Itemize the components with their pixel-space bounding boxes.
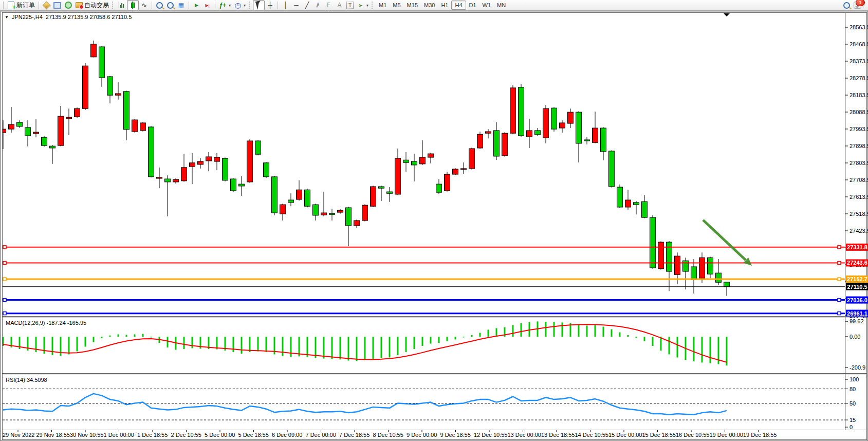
price-tick-label: 28278.5 [849,75,868,81]
candle-body [716,273,722,282]
timeframe-w1[interactable]: W1 [479,1,494,9]
rsi-line [3,394,727,415]
channel-tool-button[interactable]: ⫽ [312,1,323,10]
chart-shift-button[interactable]: ▶| [202,1,213,10]
navigator-icon [64,2,72,9]
crosshair-tool-button[interactable]: ┼ [265,1,275,10]
candle-body [395,158,401,194]
candle-body [593,128,598,142]
navigator-button[interactable] [63,1,73,10]
timeframe-h1[interactable]: H1 [438,1,451,9]
candle-body [486,132,491,133]
fibonacci-tool-button[interactable]: F [323,1,334,10]
text-label-icon: T [346,2,354,9]
candle-body [1,129,6,133]
trendline-tool-button[interactable]: ╱ [302,1,312,10]
tile-windows-button[interactable]: ▦ [176,1,187,10]
separator [3,2,4,9]
timeframe-m15[interactable]: M15 [404,1,421,9]
market-watch-button[interactable] [41,1,52,10]
chevron-down-icon: ▾ [244,3,246,8]
price-tick-label: 27803.5 [849,160,868,166]
line-anchor-handle[interactable] [3,278,6,281]
fibonacci-icon: F [325,1,333,9]
candle-body [107,77,113,95]
line-anchor-handle[interactable] [838,246,841,249]
line-anchor-handle[interactable] [838,299,841,302]
line-anchor-handle[interactable] [838,261,841,264]
arrow-shaft[interactable] [703,220,746,260]
notifications-button[interactable]: 1 [852,1,863,10]
timeframe-m30[interactable]: M30 [421,1,438,9]
time-tick-label: 9 Dec 00:00 [407,432,437,438]
arrows-tool-button[interactable]: ➤ ▾ [355,1,370,10]
price-chart-canvas[interactable]: 28563.528468.528373.528278.528183.528088… [1,11,868,441]
horizontal-line-object[interactable]: 27331.8 [3,244,868,251]
horizontal-line-tool-button[interactable]: ─ [291,1,302,10]
toolbar-grip [112,2,115,9]
line-chart-icon: ∿ [140,2,148,9]
text-tool-button[interactable]: A [334,1,345,10]
horizontal-line-object[interactable]: 27152.7 [3,275,868,283]
chevron-down-icon[interactable]: ▼ [5,15,9,20]
candle-body [502,133,508,156]
timeframe-mn[interactable]: MN [494,1,509,9]
data-window-button[interactable] [52,1,63,10]
candle-body [527,131,532,137]
auto-scroll-button[interactable]: ▶ [191,1,202,10]
timeframe-h4[interactable]: H4 [451,1,466,10]
line-anchor-handle[interactable] [3,261,6,264]
macd-axis-label: 0.00 [849,334,860,340]
cursor-tool-button[interactable] [253,0,265,10]
horizontal-line-object[interactable]: 27036.0 [3,297,868,304]
candle-body [173,179,179,182]
time-tick-label: 5 Dec 18:55 [238,432,269,438]
chart-ohlc-values: 27135.9 27135.9 27058.6 27110.5 [46,14,132,20]
candle-body [338,210,343,212]
candle-body [297,190,302,199]
add-indicator-button[interactable]: ƒ+ ▾ [217,1,232,10]
candle-body [223,158,228,180]
horizontal-line-object[interactable]: 26961.1 [3,310,868,317]
vertical-line-tool-button[interactable]: │ [280,1,291,10]
candle-body [403,160,409,162]
line-anchor-handle[interactable] [3,312,6,315]
chart-symbol-period: JPN225-,H4 [12,14,43,20]
period-clock-button[interactable]: ◷ ▾ [232,1,247,10]
candlestick-chart-icon [129,2,137,9]
bar-chart-button[interactable] [116,1,127,10]
channel-icon: ⫽ [314,2,322,9]
line-anchor-handle[interactable] [838,312,841,315]
time-axis[interactable]: 29 Nov 202229 Nov 18:5530 Nov 10:551 Dec… [3,430,777,438]
price-axis-ticks: 28563.528468.528373.528278.528183.528088… [845,24,868,319]
autotrading-button[interactable]: 自动交易 [73,1,110,10]
candle-body [116,94,121,95]
candle-body [9,124,14,129]
timeframe-m1[interactable]: M1 [376,1,390,9]
zoom-in-button[interactable] [154,1,165,10]
candles-layer [1,41,730,296]
timeframe-d1[interactable]: D1 [466,1,479,9]
horizontal-line-object[interactable]: 27243.6 [3,259,868,266]
line-chart-button[interactable]: ∿ [139,1,150,10]
price-tick-label: 28088.5 [849,109,868,115]
zoom-out-button[interactable] [165,1,176,10]
separator [278,2,278,9]
line-anchor-handle[interactable] [3,246,6,249]
time-tick-label: 7 Dec 18:55 [339,432,370,438]
chart-window[interactable]: ▼ JPN225-,H4 27135.9 27135.9 27058.6 271… [0,11,868,441]
bid-price-label: 27110.5 [847,284,867,290]
line-price-label: 27331.8 [847,244,867,250]
candle-body [642,201,648,217]
candle-body [354,220,360,226]
autotrading-label: 自动交易 [84,1,109,10]
line-anchor-handle[interactable] [838,278,841,281]
timeframe-m5[interactable]: M5 [390,1,403,9]
toolbar-grip [249,2,251,9]
candlestick-chart-button[interactable] [127,0,139,10]
line-anchor-handle[interactable] [3,299,6,302]
text-label-tool-button[interactable]: T [345,1,355,10]
search-button[interactable] [841,1,852,10]
time-tick-label: 6 Dec 09:00 [272,432,302,438]
new-order-button[interactable]: 新订单 [6,1,36,10]
